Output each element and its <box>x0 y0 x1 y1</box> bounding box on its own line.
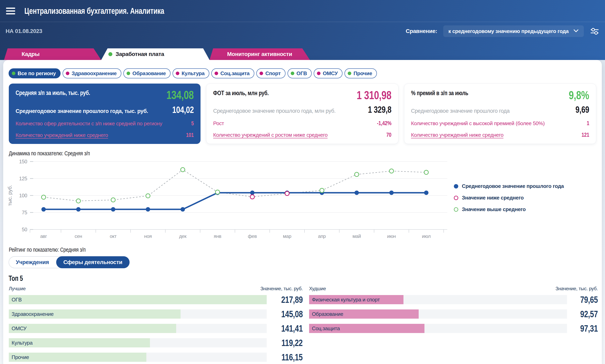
rating-bar-track: ОМСУ <box>9 324 267 333</box>
rating-bar-label: Прочие <box>12 354 29 360</box>
status-dot-icon <box>176 72 179 75</box>
filter-settings-icon[interactable] <box>590 26 599 36</box>
menu-icon[interactable] <box>6 8 15 14</box>
toggle-spheres[interactable]: Сферы деятельности <box>56 256 130 268</box>
rating-bar-value: 141,41 <box>267 324 303 333</box>
kpi-card-0: Средняя з/п за июль, тыс. руб.134,08Сред… <box>9 84 200 144</box>
top5-title: Топ 5 <box>9 274 602 283</box>
rating-bar-value: 97,31 <box>567 324 598 333</box>
rating-bar-track: Соц.защита <box>309 324 567 333</box>
legend-label: Значение ниже среднего <box>462 195 524 201</box>
kpi-card-row: Количество учреждений ниже среднего121 <box>411 131 589 138</box>
filter-chip-1[interactable]: Здравоохранение <box>63 68 121 78</box>
tab-bar: КадрыЗаработная платаМониторинг активнос… <box>0 48 605 60</box>
rating-bar-value: 217,89 <box>267 295 303 304</box>
kpi-card-title-link[interactable]: % премий в з/п за июль <box>411 89 485 97</box>
tab-label: Заработная плата <box>116 51 164 57</box>
kpi-row-label[interactable]: Количество учреждений ниже среднего <box>411 132 503 138</box>
svg-text:окт: окт <box>110 234 117 239</box>
dynamics-chart: 1501251007550тыс. руб.авгсеноктноядекянв… <box>6 157 602 240</box>
rating-bar-value: 145,08 <box>267 310 303 319</box>
kpi-row-value: -1,42% <box>373 120 392 127</box>
rating-bar-value: 92,57 <box>567 310 598 319</box>
rating-row-0: Физическая культура и спорт79,65 <box>309 295 598 304</box>
legend-item-0[interactable]: Среднегодовое значение прошлого года <box>454 183 564 189</box>
rating-row-1: Образование92,57 <box>309 310 598 319</box>
rating-bar-track: Образование <box>309 310 567 319</box>
kpi-row-label: Рост <box>213 120 224 127</box>
rating-bar-label: Культура <box>12 340 33 346</box>
toggle-institutions[interactable]: Учреждения <box>9 256 56 268</box>
svg-text:50: 50 <box>22 227 27 232</box>
status-dot-icon <box>66 72 69 75</box>
top5-best-column: Лучшие Значение, тыс. руб. ОГВ217,89Здра… <box>9 286 303 364</box>
svg-text:75: 75 <box>22 210 27 215</box>
kpi-row-label: Среднегодовое значение прошлого года, мл… <box>213 108 335 114</box>
legend-item-1[interactable]: Значение ниже среднего <box>454 195 564 201</box>
kpi-cards: Средняя з/п за июль, тыс. руб.134,08Сред… <box>9 84 596 144</box>
comparison-dropdown[interactable]: к среднегодовому значению предыдущего го… <box>443 25 584 37</box>
rating-bar-value: 79,65 <box>567 295 598 304</box>
svg-text:100: 100 <box>19 193 27 198</box>
tab-0[interactable]: Кадры <box>4 48 101 60</box>
comparison-value: к среднегодовому значению предыдущего го… <box>448 28 569 34</box>
rating-bar-fill <box>9 353 146 362</box>
filter-chip-2[interactable]: Образование <box>123 68 171 78</box>
line-chart-canvas: 1501251007550тыс. руб.авгсеноктноядекянв… <box>6 157 448 240</box>
rating-row-1: Здравоохранение145,08 <box>9 310 303 319</box>
best-header: Лучшие <box>9 286 26 291</box>
kpi-row-value: 104,02 <box>166 104 194 115</box>
rating-bar-track: Физическая культура и спорт <box>309 295 567 304</box>
kpi-card-row: Рост-1,42% <box>213 120 391 127</box>
chip-label: ОМСУ <box>323 70 338 77</box>
kpi-row-label[interactable]: Количество учреждений с ростом ниже сред… <box>213 132 328 138</box>
kpi-row-value: 1 <box>586 120 589 127</box>
kpi-row-label: Среднегодовое значение прошлого года <box>411 108 510 114</box>
active-tab-dot-icon <box>108 52 112 56</box>
chart-title: Динамика по показателю: Средняя з/п <box>9 150 602 157</box>
top5-worst-column: Худшие Значение, тыс. руб. Физическая ку… <box>309 286 598 364</box>
legend-label: Значение выше среднего <box>462 206 526 212</box>
worst-header: Худшие <box>309 286 326 291</box>
tab-label: Кадры <box>22 51 39 57</box>
svg-text:сен: сен <box>75 234 82 239</box>
chevron-down-icon <box>573 29 579 33</box>
kpi-card-row: Среднегодовое значение прошлого года, мл… <box>213 104 391 115</box>
rating-row-2: Соц.защита97,31 <box>309 324 598 333</box>
filter-chip-5[interactable]: Спорт <box>256 68 286 78</box>
as-of-date: НА 01.08.2023 <box>6 28 42 34</box>
kpi-card-title-link[interactable]: Средняя з/п за июль, тыс. руб. <box>16 89 111 97</box>
legend-item-2[interactable]: Значение выше среднего <box>454 206 564 212</box>
rating-bar-label: ОГВ <box>12 297 22 303</box>
top-bar: Централизованная бухгалтерия. Аналитика <box>0 0 605 22</box>
kpi-card-title-link[interactable]: ФОТ за июль, млн руб. <box>213 89 284 97</box>
chip-label: Спорт <box>265 70 281 77</box>
rating-row-2: ОМСУ141,41 <box>9 324 303 333</box>
chip-label: ОГВ <box>297 70 307 77</box>
tab-1[interactable]: Заработная плата <box>101 48 210 60</box>
kpi-row-value: 5 <box>191 120 194 127</box>
svg-text:июн: июн <box>387 234 396 239</box>
filter-chip-4[interactable]: Соц.защита <box>211 68 254 78</box>
tab-2[interactable]: Мониторинг активности <box>210 48 310 60</box>
filter-chip-8[interactable]: Прочие <box>344 68 377 78</box>
kpi-card-value: 9,8% <box>563 89 589 101</box>
status-dot-icon <box>348 72 351 75</box>
svg-text:янв: янв <box>214 234 221 239</box>
filter-chip-6[interactable]: ОГВ <box>288 68 312 78</box>
sub-bar: НА 01.08.2023 Сравнение: к среднегодовом… <box>0 22 605 40</box>
filter-chip-0[interactable]: Все по региону <box>9 68 61 78</box>
rating-bar-fill <box>9 295 267 304</box>
page-title: Централизованная бухгалтерия. Аналитика <box>24 6 204 16</box>
filter-chip-7[interactable]: ОМСУ <box>314 68 342 78</box>
green-open-marker-icon <box>454 207 458 212</box>
rating-bar-value: 116,15 <box>267 353 303 362</box>
worst-value-header: Значение, тыс. руб. <box>555 286 598 291</box>
status-dot-icon <box>260 72 263 75</box>
rating-bar-track: ОГВ <box>9 295 267 304</box>
filter-chip-3[interactable]: Культура <box>172 68 209 78</box>
kpi-row-label[interactable]: Количество учреждений ниже среднего <box>16 132 108 138</box>
svg-text:фев: фев <box>248 234 257 239</box>
status-dot-icon <box>127 72 130 75</box>
svg-text:150: 150 <box>19 159 27 164</box>
